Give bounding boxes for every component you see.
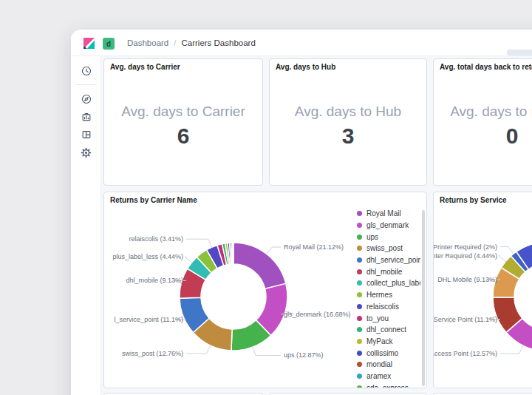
label-leader-line <box>186 239 212 248</box>
metric-label: Avg. days to Hub <box>270 104 426 120</box>
legend-color-dot <box>357 316 362 321</box>
slice-label-printer-required: inter Required (4.44%) <box>434 252 497 260</box>
legend-label: relaiscolis <box>366 303 399 311</box>
metric-value: 3 <box>270 123 426 149</box>
legend-label: sda_express <box>366 384 409 388</box>
breadcrumb-dashboard-link[interactable]: Dashboard <box>127 38 168 47</box>
legend-item-dhl-mobile[interactable]: dhl_mobile <box>357 266 420 277</box>
legend-color-dot <box>357 269 362 274</box>
legend-label: MyPack <box>366 337 393 345</box>
metric-label: Avg. days to retailer <box>434 104 532 120</box>
legend-item-ups[interactable]: ups <box>357 231 420 243</box>
label-leader-line <box>500 345 523 354</box>
legend-color-dot <box>357 234 362 240</box>
legend-item-royal-mail[interactable]: Royal Mail <box>357 208 420 220</box>
breadcrumb-current-page: Carriers Dashboard <box>181 38 255 47</box>
chart-legend: Royal Mailgls_denmarkupsswiss_postdhl_se… <box>357 208 420 388</box>
label-leader-line <box>186 345 211 354</box>
dashboard-icon <box>81 129 92 140</box>
legend-item-mondial[interactable]: mondial <box>357 359 420 371</box>
label-leader-line <box>500 247 514 254</box>
legend-color-dot <box>357 211 362 216</box>
slice-label-royal-mail: Royal Mail (21.12%) <box>284 243 344 251</box>
slice-label-dhl-service-point: l_service_point (11.1%) <box>115 316 183 323</box>
metric-label: Avg. days to Carrier <box>104 104 262 120</box>
slice-label-collect-plus-label-less: plus_label_less (4.44%) <box>112 253 183 260</box>
legend-label: swiss_post <box>366 244 403 252</box>
nav-item-management[interactable] <box>71 144 101 161</box>
legend-label: ups <box>366 233 378 241</box>
query-bar-fragment[interactable] <box>507 50 532 55</box>
panel-title[interactable]: Avg. total days back to retailer <box>440 63 532 71</box>
legend-color-dot <box>357 223 362 228</box>
legend-color-dot <box>357 385 362 388</box>
legend-item-mypack[interactable]: MyPack <box>357 336 420 348</box>
legend-label: aramex <box>366 372 391 380</box>
header-bar: d Dashboard / Carriers Dashboard <box>71 30 532 56</box>
legend-item-dhl-service-point[interactable]: dhl_service_point <box>357 254 420 266</box>
legend-item-relaiscolis[interactable]: relaiscolis <box>357 301 420 313</box>
metric-value: 0 <box>434 123 532 149</box>
legend-item-collissimo[interactable]: collissimo <box>357 347 420 359</box>
label-leader-line <box>253 346 281 355</box>
legend-label: Hermes <box>366 291 392 299</box>
legend-item-swiss-post[interactable]: swiss_post <box>357 243 420 254</box>
legend-item-to-you[interactable]: to_you <box>357 312 420 324</box>
kibana-logo[interactable] <box>83 37 95 50</box>
panel-title[interactable]: Avg. days to Carrier <box>110 63 180 71</box>
legend-scrollbar[interactable] <box>422 210 425 386</box>
panel-avg-days-back-to-retailer: Avg. total days back to retailer Avg. da… <box>433 58 532 186</box>
slice-label-dhl-mobile: dhl_mobile (9.13%) <box>126 277 183 284</box>
legend-label: gls_denmark <box>366 221 409 229</box>
dashboard-grid: Avg. days to Carrier Avg. days to Carrie… <box>101 56 532 395</box>
label-leader-line <box>499 256 506 262</box>
legend-label: collect_plus_labe... <box>366 279 420 287</box>
legend-label: to_you <box>366 314 389 323</box>
legend-item-collect-plus-labe[interactable]: collect_plus_labe... <box>357 277 420 289</box>
panel-avg-days-to-hub: Avg. days to Hub Avg. days to Hub 3 <box>269 58 427 186</box>
nav-item-recent[interactable] <box>71 62 101 80</box>
legend-item-gls-denmark[interactable]: gls_denmark <box>357 220 420 232</box>
legend-color-dot <box>357 304 362 309</box>
legend-label: dhl_connect <box>366 325 406 334</box>
nav-item-dashboard[interactable] <box>71 126 101 144</box>
label-leader-line <box>266 247 281 254</box>
legend-label: dhl_service_point <box>366 256 420 264</box>
slice-label-dhl-service-point: L Service Point (11.1%) <box>434 316 497 323</box>
page-background: { "header": { "space_badge": { "initial"… <box>0 0 532 395</box>
legend-label: mondial <box>366 360 392 368</box>
slice-label-ups: ups (12.87%) <box>284 351 324 359</box>
legend-item-aramex[interactable]: aramex <box>357 371 420 382</box>
panel-title[interactable]: Avg. days to Hub <box>276 63 335 71</box>
legend-label: Royal Mail <box>366 209 401 217</box>
panel-returns-by-service: Returns by Service Access Point (12.57%)… <box>433 192 532 388</box>
app-window: d Dashboard / Carriers Dashboard <box>71 30 532 395</box>
nav-item-discover[interactable] <box>71 90 101 108</box>
legend-item-dhl-connect[interactable]: dhl_connect <box>357 324 420 336</box>
legend-color-dot <box>357 292 362 297</box>
metric-value: 6 <box>104 123 262 149</box>
slice-label-relaiscolis: relaiscolis (3.41%) <box>129 235 183 243</box>
pie-slice-royal-mail[interactable] <box>233 243 286 288</box>
panel-avg-days-to-carrier: Avg. days to Carrier Avg. days to Carrie… <box>103 58 263 186</box>
space-avatar-badge[interactable]: d <box>103 38 115 50</box>
pie-slice-sda-express[interactable] <box>233 243 233 264</box>
legend-item-sda-express[interactable]: sda_express <box>357 382 420 388</box>
legend-color-dot <box>357 339 362 344</box>
breadcrumb: Dashboard / Carriers Dashboard <box>127 30 256 56</box>
legend-color-dot <box>357 362 362 367</box>
legend-label: collissimo <box>366 349 398 357</box>
breadcrumb-separator: / <box>174 38 176 47</box>
gear-icon <box>81 147 92 158</box>
legend-label: dhl_mobile <box>366 268 402 276</box>
legend-color-dot <box>357 246 362 251</box>
legend-color-dot <box>357 280 362 286</box>
slice-label-access-point: Access Point (12.57%) <box>434 350 497 357</box>
compass-icon <box>81 94 92 104</box>
nav-item-visualize[interactable] <box>71 108 101 126</box>
sidebar-nav <box>71 56 101 395</box>
slice-label-swiss-post: swiss_post (12.76%) <box>122 350 183 357</box>
legend-item-hermes[interactable]: Hermes <box>357 289 420 301</box>
legend-color-dot <box>357 351 362 356</box>
nav-divider <box>75 84 96 85</box>
